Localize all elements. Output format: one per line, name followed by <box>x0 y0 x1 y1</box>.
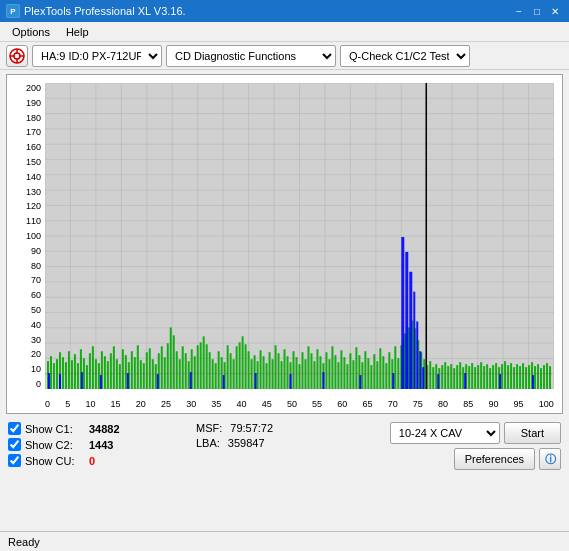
show-c2-label: Show C2: <box>25 439 85 451</box>
svg-rect-189 <box>459 362 461 389</box>
svg-rect-145 <box>325 352 327 389</box>
svg-rect-83 <box>140 360 142 389</box>
svg-rect-183 <box>441 365 443 389</box>
svg-rect-84 <box>143 363 145 389</box>
info-button[interactable]: ⓘ <box>539 448 561 470</box>
svg-rect-55 <box>56 359 58 389</box>
svg-rect-131 <box>284 349 286 389</box>
c2-row: Show C2: 1443 <box>8 438 188 451</box>
svg-rect-87 <box>152 359 154 389</box>
svg-point-3 <box>14 53 20 59</box>
svg-rect-236 <box>413 292 415 389</box>
svg-rect-124 <box>263 356 265 389</box>
svg-rect-101 <box>194 356 196 389</box>
status-bar: Ready <box>0 531 569 551</box>
svg-rect-187 <box>453 368 455 389</box>
start-button[interactable]: Start <box>504 422 561 444</box>
right-controls: 10-24 X CAV Start Preferences ⓘ <box>390 422 561 470</box>
msf-row: MSF: 79:57:72 <box>196 422 336 434</box>
svg-text:P: P <box>10 7 16 16</box>
show-c2-checkbox[interactable] <box>8 438 21 451</box>
svg-rect-158 <box>364 351 366 389</box>
svg-rect-241 <box>464 373 466 389</box>
msf-label: MSF: <box>196 422 222 434</box>
svg-rect-108 <box>215 363 217 389</box>
svg-rect-218 <box>546 363 548 389</box>
minimize-button[interactable]: − <box>511 3 527 19</box>
svg-rect-164 <box>382 356 384 389</box>
title-bar: P PlexTools Professional XL V3.16. − □ ✕ <box>0 0 569 22</box>
svg-rect-235 <box>409 272 412 389</box>
svg-rect-230 <box>322 372 324 389</box>
svg-rect-159 <box>367 358 369 389</box>
device-icon-btn[interactable] <box>6 45 28 67</box>
menu-help[interactable]: Help <box>58 24 97 40</box>
svg-rect-216 <box>540 368 542 389</box>
svg-rect-107 <box>212 359 214 389</box>
svg-rect-110 <box>221 357 223 389</box>
test-select[interactable]: Q-Check C1/C2 Test <box>340 45 470 67</box>
svg-rect-64 <box>83 358 85 389</box>
svg-rect-103 <box>200 342 202 389</box>
svg-rect-169 <box>397 358 399 389</box>
svg-rect-105 <box>206 344 208 389</box>
maximize-button[interactable]: □ <box>529 3 545 19</box>
svg-rect-228 <box>255 373 257 389</box>
menu-options[interactable]: Options <box>4 24 58 40</box>
svg-rect-225 <box>157 374 159 389</box>
svg-rect-165 <box>385 363 387 389</box>
svg-rect-184 <box>444 362 446 389</box>
svg-rect-53 <box>50 356 52 389</box>
speed-select[interactable]: 10-24 X CAV <box>390 422 500 444</box>
svg-rect-152 <box>346 364 348 389</box>
svg-rect-168 <box>394 346 396 389</box>
msf-value: 79:57:72 <box>230 422 273 434</box>
svg-rect-143 <box>319 356 321 389</box>
svg-rect-223 <box>100 375 102 389</box>
svg-rect-149 <box>337 362 339 389</box>
svg-rect-163 <box>379 348 381 389</box>
svg-rect-128 <box>275 345 277 389</box>
device-select[interactable]: HA:9 ID:0 PX-712UF <box>32 45 162 67</box>
svg-rect-93 <box>170 327 172 389</box>
svg-rect-126 <box>269 352 271 389</box>
checkboxes-section: Show C1: 34882 Show C2: 1443 Show CU: 0 <box>8 422 188 467</box>
svg-rect-142 <box>316 349 318 389</box>
svg-rect-220 <box>48 373 50 389</box>
cu-row: Show CU: 0 <box>8 454 188 467</box>
svg-rect-161 <box>373 354 375 389</box>
svg-rect-130 <box>281 361 283 389</box>
svg-rect-67 <box>92 346 94 389</box>
svg-rect-73 <box>110 353 112 389</box>
svg-rect-82 <box>137 345 139 389</box>
svg-rect-81 <box>134 357 136 389</box>
preferences-button[interactable]: Preferences <box>454 448 535 470</box>
close-button[interactable]: ✕ <box>547 3 563 19</box>
svg-rect-113 <box>230 353 232 389</box>
v-gridlines <box>45 83 554 389</box>
show-c1-checkbox[interactable] <box>8 422 21 435</box>
svg-rect-195 <box>477 365 479 389</box>
svg-rect-238 <box>419 351 421 389</box>
show-c1-label: Show C1: <box>25 423 85 435</box>
c2-value: 1443 <box>89 439 129 451</box>
function-select[interactable]: CD Diagnostic Functions <box>166 45 336 67</box>
svg-rect-116 <box>239 342 241 389</box>
svg-rect-194 <box>474 367 476 389</box>
svg-rect-212 <box>528 365 530 389</box>
bottom-panel: Show C1: 34882 Show C2: 1443 Show CU: 0 … <box>0 418 569 474</box>
svg-rect-155 <box>355 347 357 389</box>
svg-rect-127 <box>272 359 274 389</box>
svg-rect-62 <box>77 363 79 389</box>
svg-rect-85 <box>146 352 148 389</box>
svg-rect-215 <box>537 364 539 389</box>
svg-rect-112 <box>227 345 229 389</box>
svg-rect-54 <box>53 363 55 389</box>
svg-rect-135 <box>296 357 298 389</box>
info-icon: ⓘ <box>545 452 556 467</box>
speed-start-row: 10-24 X CAV Start <box>390 422 561 444</box>
show-cu-checkbox[interactable] <box>8 454 21 467</box>
svg-rect-179 <box>429 361 431 389</box>
svg-rect-95 <box>176 351 178 389</box>
svg-rect-71 <box>104 356 106 389</box>
